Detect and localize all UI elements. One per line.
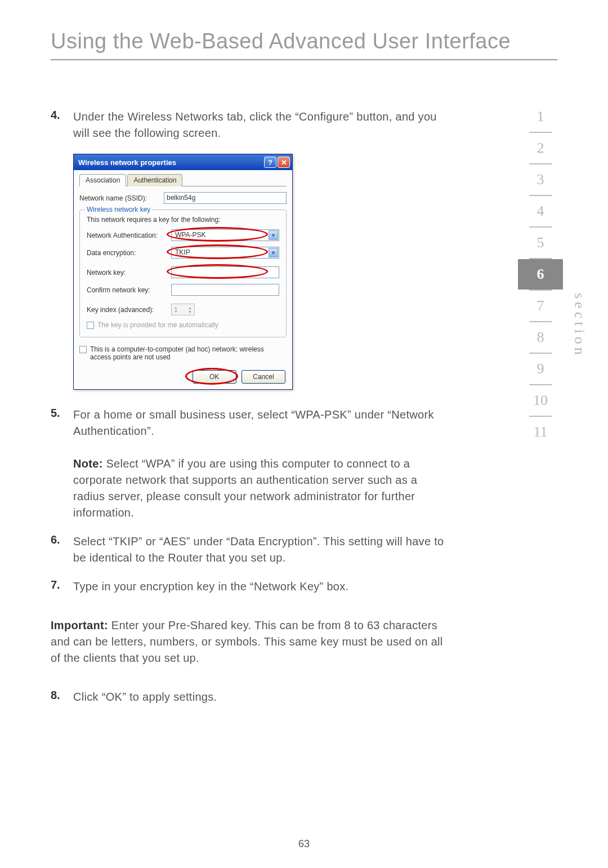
important-label: Important:: [51, 619, 108, 631]
dialog-body: Association Authentication Network name …: [74, 170, 292, 389]
section-nav: 1234567891011: [518, 101, 563, 447]
section-nav-item-9[interactable]: 9: [518, 354, 563, 384]
section-label: section: [571, 293, 588, 358]
section-nav-item-8[interactable]: 8: [518, 322, 563, 353]
step-8-text: Click “OK” to apply settings.: [73, 689, 445, 705]
xp-dialog: Wireless network properties ? ✕ Associat…: [73, 154, 293, 390]
important-block: Important: Enter your Pre-Shared key. Th…: [51, 617, 445, 666]
section-nav-item-10[interactable]: 10: [518, 385, 563, 416]
section-nav-item-4[interactable]: 4: [518, 196, 563, 226]
close-icon[interactable]: ✕: [278, 157, 290, 168]
data-encryption-select[interactable]: TKIP: [171, 247, 279, 259]
section-nav-item-3[interactable]: 3: [518, 164, 563, 195]
keyindex-label: Key index (advanced):: [87, 306, 171, 314]
step-6-number: 6.: [51, 533, 73, 566]
dialog-titlebar: Wireless network properties ? ✕: [74, 154, 292, 170]
auto-key-row: The key is provided for me automatically: [87, 321, 279, 329]
chevron-down-icon[interactable]: ▼: [269, 230, 278, 240]
step-8: 8. Click “OK” to apply settings.: [51, 689, 445, 705]
help-icon[interactable]: ?: [264, 157, 276, 168]
important-text: Enter your Pre-Shared key. This can be f…: [51, 619, 443, 664]
step-5: 5. For a home or small business user, se…: [51, 407, 445, 521]
netkey-label: Network key:: [87, 269, 171, 277]
section-nav-item-6[interactable]: 6: [518, 259, 563, 290]
step-4-number: 4.: [51, 109, 73, 141]
section-nav-item-11[interactable]: 11: [518, 417, 563, 447]
cancel-button[interactable]: Cancel: [242, 370, 285, 384]
row-ssid: Network name (SSID): belkin54g: [79, 192, 287, 204]
tab-association[interactable]: Association: [79, 174, 126, 186]
enc-label: Data encryption:: [87, 249, 171, 257]
wireless-key-group: Wireless network key This network requir…: [79, 210, 287, 337]
step-4-text: Under the Wireless Networks tab, click t…: [73, 109, 445, 141]
step-4: 4. Under the Wireless Networks tab, clic…: [51, 109, 445, 141]
auth-label: Network Authentication:: [87, 232, 171, 239]
page-number: 63: [0, 838, 608, 850]
step-7: 7. Type in your encryption key in the “N…: [51, 578, 445, 595]
adhoc-label: This is a computer-to-computer (ad hoc) …: [90, 345, 270, 361]
step-6-text: Select “TKIP” or “AES” under “Data Encry…: [73, 533, 445, 566]
group-legend: Wireless network key: [84, 206, 153, 213]
ok-button[interactable]: OK: [193, 370, 236, 384]
auto-key-checkbox: [87, 322, 94, 329]
section-nav-item-1[interactable]: 1: [518, 101, 563, 132]
network-authentication-select[interactable]: WPA-PSK: [171, 229, 279, 241]
network-key-input[interactable]: [171, 266, 279, 278]
step-7-number: 7.: [51, 578, 73, 595]
section-nav-item-7[interactable]: 7: [518, 291, 563, 321]
auto-key-label: The key is provided for me automatically: [97, 321, 218, 329]
main-content: 4. Under the Wireless Networks tab, clic…: [51, 109, 445, 705]
title-rule: [51, 59, 557, 60]
confirm-key-input[interactable]: [171, 284, 279, 296]
dialog-screenshot: Wireless network properties ? ✕ Associat…: [73, 154, 445, 390]
chevron-down-icon[interactable]: ▼: [269, 248, 278, 257]
ssid-input[interactable]: belkin54g: [164, 192, 287, 204]
confirm-label: Confirm network key:: [87, 286, 171, 294]
spinner-arrows-icon: ▲▼: [188, 306, 192, 314]
adhoc-checkbox[interactable]: [79, 346, 87, 353]
ssid-label: Network name (SSID):: [79, 194, 164, 202]
step-6: 6. Select “TKIP” or “AES” under “Data En…: [51, 533, 445, 566]
section-nav-item-2[interactable]: 2: [518, 133, 563, 163]
page-title: Using the Web-Based Advanced User Interf…: [51, 29, 557, 54]
step-5-body: For a home or small business user, selec…: [73, 407, 445, 521]
section-nav-item-5[interactable]: 5: [518, 228, 563, 258]
dialog-tabs: Association Authentication: [79, 173, 287, 186]
step-7-text: Type in your encryption key in the “Netw…: [73, 578, 445, 595]
step-5-number: 5.: [51, 407, 73, 521]
key-note: This network requires a key for the foll…: [87, 216, 279, 224]
key-index-spinner: 1 ▲▼: [171, 304, 195, 315]
step-5-text: For a home or small business user, selec…: [73, 408, 434, 437]
note-text: Select “WPA” if you are using this compu…: [73, 457, 417, 519]
note-label: Note:: [73, 457, 103, 470]
tab-authentication[interactable]: Authentication: [127, 174, 182, 186]
key-index-value: 1: [174, 306, 178, 314]
step-8-number: 8.: [51, 689, 73, 705]
adhoc-row: This is a computer-to-computer (ad hoc) …: [79, 345, 287, 361]
dialog-title: Wireless network properties: [78, 158, 263, 167]
